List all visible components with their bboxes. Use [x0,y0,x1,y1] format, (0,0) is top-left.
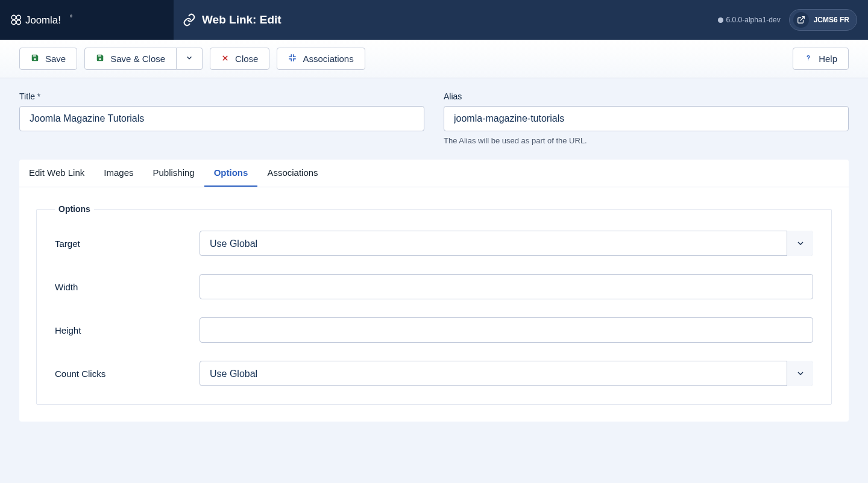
tab-images[interactable]: Images [94,160,143,187]
joomla-mark-icon [717,17,724,23]
tab-edit[interactable]: Edit Web Link [19,160,94,187]
question-icon [804,54,813,64]
svg-text:Joomla!: Joomla! [25,14,61,26]
site-name: JCMS6 FR [814,16,849,24]
options-legend: Options [55,204,94,214]
row-height: Height [55,317,813,343]
height-input[interactable] [200,317,813,343]
target-label: Target [55,238,200,249]
save-label: Save [45,54,66,64]
site-open-button[interactable]: JCMS6 FR [789,9,857,31]
associations-button[interactable]: Associations [277,48,365,70]
close-button[interactable]: Close [210,48,269,70]
title-group: Title * [19,92,424,145]
close-icon [221,54,229,64]
title-input[interactable] [19,106,424,131]
joomla-logo-icon: Joomla! ® [8,10,105,30]
width-input[interactable] [200,274,813,299]
row-target: Target Use Global [55,231,813,256]
save-close-dropdown[interactable] [177,48,203,70]
tab-publishing[interactable]: Publishing [143,160,204,187]
height-label: Height [55,325,200,335]
clicks-label: Count Clicks [55,369,200,379]
save-icon [31,54,39,64]
help-button[interactable]: Help [793,48,849,70]
alias-help: The Alias will be used as part of the UR… [444,136,849,145]
help-label: Help [819,54,837,64]
form-header: Title * Alias The Alias will be used as … [0,78,868,151]
page-title-panel: Web Link: Edit [174,0,717,40]
tab-associations[interactable]: Associations [257,160,327,187]
svg-point-6 [717,17,723,22]
target-select[interactable]: Use Global [200,231,813,256]
svg-point-3 [16,20,20,24]
svg-point-0 [11,15,16,19]
close-label: Close [235,54,258,64]
save-button[interactable]: Save [19,48,77,70]
alias-group: Alias The Alias will be used as part of … [444,92,849,145]
options-fieldset: Options Target Use Global Width [36,204,832,405]
width-label: Width [55,282,200,292]
external-link-icon [793,12,809,28]
row-clicks: Count Clicks Use Global [55,361,813,386]
version-chip[interactable]: 6.0.0-alpha1-dev [717,16,781,24]
contract-icon [288,54,297,64]
options-panel: Options Target Use Global Width [19,187,849,422]
tab-options[interactable]: Options [204,160,258,187]
save-close-label: Save & Close [110,54,165,64]
svg-point-1 [16,15,20,19]
svg-line-7 [800,17,804,20]
topbar: Joomla! ® Web Link: Edit 6.0.0-alpha1-de… [0,0,868,40]
svg-text:®: ® [70,14,73,18]
alias-input[interactable] [444,106,849,131]
page-title: Web Link: Edit [202,13,281,26]
svg-point-2 [11,20,16,24]
chevron-down-icon [185,54,193,64]
row-width: Width [55,274,813,299]
title-label: Title * [19,92,424,101]
save-close-button[interactable]: Save & Close [84,48,177,70]
tabs: Edit Web Link Images Publishing Options … [19,160,849,187]
save-icon [96,54,104,64]
link-icon [183,13,196,26]
save-close-group: Save & Close [84,48,203,70]
version-text: 6.0.0-alpha1-dev [726,16,781,24]
toolbar: Save Save & Close Close Associations H [0,40,868,78]
topbar-right: 6.0.0-alpha1-dev JCMS6 FR [717,0,868,40]
edit-card: Edit Web Link Images Publishing Options … [19,160,849,422]
associations-label: Associations [303,54,353,64]
clicks-select[interactable]: Use Global [200,361,813,386]
alias-label: Alias [444,92,849,101]
brand-panel[interactable]: Joomla! ® [0,0,174,40]
